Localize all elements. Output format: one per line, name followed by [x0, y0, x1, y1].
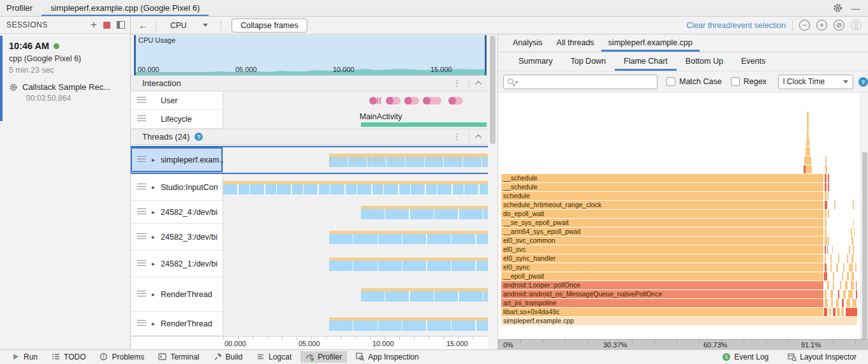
- thread-track[interactable]: [223, 251, 488, 277]
- flame-frame-fragment[interactable]: [807, 120, 809, 129]
- flame-frame-fragment[interactable]: [840, 281, 841, 289]
- flame-scrollbar[interactable]: [860, 92, 868, 339]
- drag-handle-icon[interactable]: [137, 156, 146, 163]
- thread-activity-bar[interactable]: [329, 317, 488, 331]
- search-options-caret-icon[interactable]: [515, 82, 519, 84]
- expand-arrow-icon[interactable]: ▸: [152, 156, 155, 163]
- thread-row-24582-1-dev-bi-4[interactable]: ▸24582_1:/dev/bi: [131, 251, 488, 277]
- flame-frame-fragment[interactable]: [827, 192, 828, 200]
- flame-frame-fragment[interactable]: [853, 201, 854, 209]
- flame-frame-schedule[interactable]: __schedule: [501, 183, 823, 191]
- flame-frame-fragment[interactable]: [838, 254, 839, 263]
- drag-handle-icon[interactable]: [137, 233, 146, 240]
- flame-frame-fragment[interactable]: [846, 299, 850, 307]
- subtab-bottom-up[interactable]: Bottom Up: [677, 52, 732, 71]
- thread-label-cell[interactable]: ▸24582_4:/dev/bi: [131, 201, 223, 224]
- expand-arrow-icon[interactable]: ▸: [152, 260, 155, 267]
- flame-frame-se-sys-epoll-pwait[interactable]: __se_sys_epoll_pwait: [501, 219, 823, 227]
- flame-frame-fragment[interactable]: [851, 254, 853, 263]
- flame-frame-fragment[interactable]: [825, 228, 827, 236]
- flame-frame-fragment[interactable]: [824, 272, 827, 280]
- lifecycle-lane[interactable]: Lifecycle MainActivity: [131, 110, 488, 129]
- collapse-frames-button[interactable]: Collapse frames: [232, 18, 307, 33]
- flame-frame-fragment[interactable]: [854, 228, 855, 236]
- flame-frame-fragment[interactable]: [807, 129, 809, 138]
- subtab-top-down[interactable]: Top Down: [561, 52, 615, 71]
- flame-frame-fragment[interactable]: [825, 237, 827, 245]
- drag-handle-icon[interactable]: [137, 184, 146, 191]
- flame-frame-fragment[interactable]: [851, 272, 854, 280]
- flame-frame-schedule[interactable]: __schedule: [501, 174, 823, 182]
- flame-frame-fragment[interactable]: [805, 147, 810, 156]
- flame-frame-fragment[interactable]: [825, 156, 827, 164]
- expand-arrow-icon[interactable]: ▸: [152, 291, 155, 298]
- help-icon[interactable]: ?: [858, 77, 868, 87]
- flame-frame-fragment[interactable]: [843, 290, 846, 298]
- clock-type-dropdown[interactable]: l Clock Time: [778, 75, 853, 89]
- user-events-track[interactable]: [223, 92, 488, 110]
- drag-handle-icon[interactable]: [137, 208, 146, 215]
- statusbar-item-logcat[interactable]: Logcat: [251, 351, 297, 363]
- flame-frame-fragment[interactable]: [836, 263, 837, 272]
- flame-frame-fragment[interactable]: [824, 308, 827, 316]
- thread-track[interactable]: [223, 277, 488, 312]
- flame-frame-fragment[interactable]: [853, 245, 854, 254]
- flame-frame-el0-sync[interactable]: el0_sync: [501, 263, 823, 272]
- flame-frame-libart-so-0x4da49c[interactable]: libart.so+0x4da49c: [501, 308, 823, 316]
- flame-frame-el0-sync-handler[interactable]: el0_sync_handler: [501, 254, 823, 263]
- kebab-menu-icon[interactable]: ⋮: [453, 132, 461, 142]
- flame-frame-fragment[interactable]: [849, 245, 850, 254]
- flame-frame-epoll-pwait[interactable]: __epoll_pwait: [501, 272, 823, 280]
- search-field[interactable]: [503, 75, 658, 89]
- flame-frame-fragment[interactable]: [828, 210, 829, 218]
- user-event-marker[interactable]: [448, 97, 456, 105]
- help-icon[interactable]: ?: [195, 133, 203, 141]
- thread-row-24582-3-dev-bi-3[interactable]: ▸24582_3:/dev/bi: [131, 224, 488, 251]
- hide-panel-icon[interactable]: —: [851, 3, 860, 13]
- thread-activity-bar[interactable]: [223, 181, 488, 194]
- collapse-section-icon[interactable]: [475, 81, 482, 87]
- flame-frame-fragment[interactable]: [832, 245, 834, 254]
- flame-frame-android-looper-pollonce[interactable]: android::Looper::pollOnce: [501, 281, 823, 289]
- flame-frame-fragment[interactable]: [825, 210, 827, 218]
- thread-activity-bar[interactable]: [329, 154, 488, 167]
- thread-activity-bar[interactable]: [361, 206, 488, 219]
- flame-frame-fragment[interactable]: [825, 174, 827, 182]
- thread-row-renderthread-5[interactable]: ▸RenderThread: [131, 277, 488, 312]
- tab-session[interactable]: simpleperf.example.cpp (Google Pixel 6): [41, 0, 209, 16]
- flame-frame-fragment[interactable]: [831, 299, 833, 307]
- subtab-events[interactable]: Events: [732, 52, 774, 71]
- flame-frame-fragment[interactable]: [842, 299, 844, 307]
- thread-track[interactable]: [223, 174, 488, 201]
- flame-frame-do-epoll-wait[interactable]: do_epoll_wait: [501, 210, 823, 218]
- thread-label-cell[interactable]: ▸RenderThread: [131, 312, 223, 336]
- thread-activity-bar[interactable]: [329, 231, 488, 244]
- statusbar-item-problems[interactable]: Problems: [94, 351, 149, 363]
- flame-chart[interactable]: __schedule__schedulescheduleschedule_hrt…: [498, 92, 868, 339]
- thread-label-cell[interactable]: ▸24582_1:/dev/bi: [131, 251, 223, 277]
- back-arrow-icon[interactable]: ←: [138, 20, 148, 31]
- flame-frame-arm64-sys-epoll-pwait[interactable]: __arm64_sys_epoll_pwait: [501, 228, 823, 236]
- drag-handle-icon[interactable]: [137, 97, 146, 104]
- tab-analysis[interactable]: Analysis: [506, 34, 550, 52]
- flame-frame-fragment[interactable]: [805, 165, 812, 173]
- statusbar-item-terminal[interactable]: Terminal: [153, 351, 204, 363]
- statusbar-item-todo[interactable]: TODO: [47, 351, 91, 363]
- expand-arrow-icon[interactable]: ▸: [152, 320, 155, 327]
- flame-frame-fragment[interactable]: [836, 299, 839, 307]
- statusbar-item-profiler[interactable]: Profiler: [300, 351, 347, 363]
- flame-frame-schedule[interactable]: schedule: [501, 192, 823, 200]
- flame-frame-fragment[interactable]: [848, 290, 853, 298]
- flame-frame-fragment[interactable]: [804, 156, 811, 164]
- expand-arrow-icon[interactable]: ▸: [152, 184, 155, 191]
- activity-bar[interactable]: [361, 122, 487, 127]
- flame-frame-fragment[interactable]: [807, 112, 809, 120]
- thread-track[interactable]: [223, 147, 488, 173]
- subtab-summary[interactable]: Summary: [510, 52, 561, 71]
- zoom-in-icon[interactable]: +: [816, 20, 827, 31]
- search-input[interactable]: [519, 77, 634, 86]
- flame-frame-el0-svc[interactable]: el0_svc: [501, 245, 823, 254]
- tab-all-threads[interactable]: All threads: [550, 34, 601, 52]
- flame-frame-fragment[interactable]: [825, 299, 828, 307]
- flame-frame-fragment[interactable]: [827, 281, 828, 289]
